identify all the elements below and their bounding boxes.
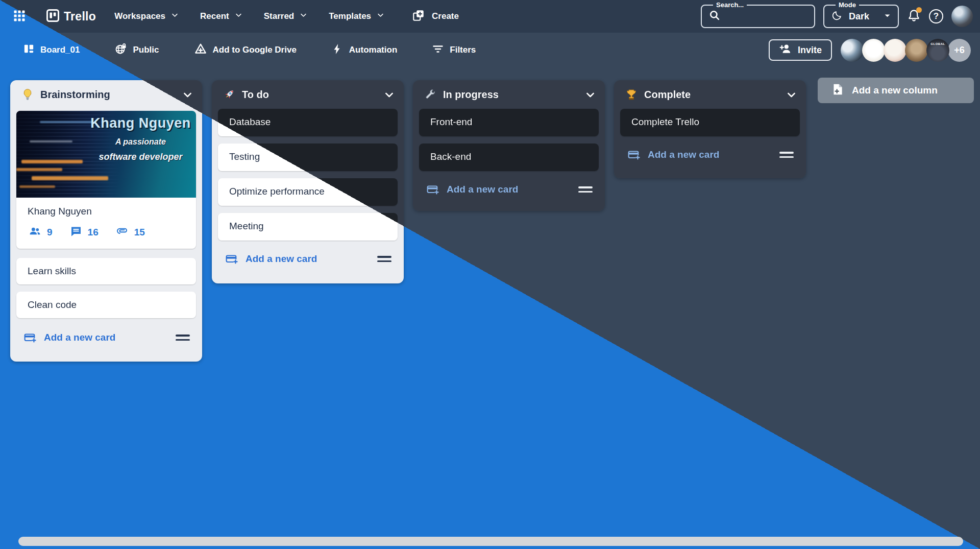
rocket-icon bbox=[223, 88, 235, 101]
chevron-down-icon[interactable] bbox=[383, 88, 396, 101]
chevron-down-icon bbox=[300, 11, 307, 21]
add-card-icon[interactable] bbox=[22, 331, 37, 344]
card-title: Testing bbox=[229, 151, 260, 162]
board-card[interactable]: Complete Trello bbox=[620, 109, 800, 136]
nav-menu-recent[interactable]: Recent bbox=[197, 11, 246, 22]
member-avatar[interactable] bbox=[862, 39, 885, 62]
trello-logo-label: Trello bbox=[64, 10, 96, 23]
chevron-down-icon bbox=[235, 11, 242, 21]
attachments-count: 15 bbox=[134, 227, 145, 238]
search-icon bbox=[708, 9, 721, 24]
add-column-label: Add a new column bbox=[852, 85, 938, 96]
board-name-button[interactable]: Board_01 bbox=[20, 42, 83, 58]
visibility-label: Public bbox=[133, 45, 159, 55]
member-avatar[interactable] bbox=[905, 39, 928, 62]
create-button[interactable]: Create bbox=[409, 8, 462, 25]
people-icon bbox=[29, 225, 41, 240]
drag-handle-icon[interactable] bbox=[377, 256, 391, 262]
google-drive-plus-icon bbox=[194, 42, 207, 58]
card-title: Clean code bbox=[28, 299, 77, 310]
chevron-down-icon[interactable] bbox=[785, 88, 798, 101]
horizontal-scrollbar-thumb[interactable] bbox=[18, 537, 963, 546]
column-footer: Add a new card bbox=[224, 248, 397, 270]
search-input[interactable] bbox=[725, 11, 807, 22]
banner-title: Khang Nguyen bbox=[90, 115, 191, 131]
chevron-down-icon[interactable] bbox=[181, 88, 194, 101]
top-navbar: Trello Workspaces Recent Starred Templat… bbox=[0, 0, 980, 33]
member-avatar[interactable]: GLOBAL bbox=[926, 39, 949, 62]
add-card-button[interactable]: Add a new card bbox=[44, 332, 115, 343]
card-title: Back-end bbox=[430, 151, 471, 162]
attachments-stat: 15 bbox=[116, 225, 145, 240]
mode-selector-label: Mode bbox=[836, 1, 859, 10]
attachment-icon bbox=[116, 225, 129, 240]
board-icon bbox=[23, 43, 35, 57]
banner-subtitle: software developer bbox=[90, 152, 191, 162]
add-column-button[interactable]: Add a new column bbox=[818, 78, 974, 103]
nav-menu-workspaces[interactable]: Workspaces bbox=[111, 11, 182, 22]
board-card[interactable]: Database bbox=[218, 109, 398, 136]
invite-button[interactable]: Invite bbox=[769, 39, 832, 61]
column-header: Brainstorming bbox=[10, 80, 202, 109]
chevron-down-icon bbox=[377, 11, 384, 21]
board-card[interactable]: Clean code bbox=[16, 292, 196, 318]
column-footer: Add a new card bbox=[425, 178, 598, 201]
note-add-icon bbox=[831, 83, 844, 99]
visibility-button[interactable]: Public bbox=[111, 42, 162, 58]
board-card[interactable]: Back-end bbox=[419, 144, 599, 171]
card-cover-image: Khang Nguyen A passionate software devel… bbox=[16, 111, 196, 198]
trello-logo[interactable]: Trello bbox=[46, 9, 96, 25]
nav-menu-templates[interactable]: Templates bbox=[326, 11, 387, 22]
card-title: Optimize performance bbox=[229, 186, 325, 197]
add-card-icon[interactable] bbox=[224, 253, 239, 266]
add-card-button[interactable]: Add a new card bbox=[246, 253, 317, 265]
featured-card[interactable]: Khang Nguyen A passionate software devel… bbox=[16, 111, 196, 249]
lightning-bolt-icon bbox=[331, 43, 344, 58]
user-avatar-button[interactable] bbox=[951, 6, 973, 27]
column-in-progress: In progress Front-end Back-end Add a new… bbox=[413, 80, 605, 211]
help-button[interactable]: ? bbox=[929, 9, 943, 23]
board-card[interactable]: Learn skills bbox=[16, 258, 196, 284]
column-todo: To do Database Testing Optimize performa… bbox=[212, 80, 404, 283]
add-card-button[interactable]: Add a new card bbox=[447, 184, 518, 195]
chevron-down-icon[interactable] bbox=[584, 88, 597, 101]
column-brainstorming: Brainstorming Khang Nguyen A passionate … bbox=[10, 80, 202, 362]
nav-menu-starred[interactable]: Starred bbox=[261, 11, 311, 22]
search-box[interactable]: Search... bbox=[701, 5, 815, 28]
mode-selector[interactable]: Mode Dark bbox=[823, 5, 899, 28]
comments-count: 16 bbox=[88, 227, 99, 238]
nav-menu-label: Workspaces bbox=[114, 11, 165, 21]
board-card[interactable]: Front-end bbox=[419, 109, 599, 136]
board-card[interactable]: Optimize performance bbox=[218, 178, 398, 206]
add-card-icon[interactable] bbox=[425, 183, 440, 196]
board-card[interactable]: Testing bbox=[218, 144, 398, 171]
board-toolbar: Board_01 Public Add to Goog bbox=[0, 33, 980, 67]
drag-handle-icon[interactable] bbox=[578, 186, 593, 193]
add-card-button[interactable]: Add a new card bbox=[648, 149, 719, 160]
globe-lock-icon bbox=[114, 42, 127, 58]
notifications-button[interactable] bbox=[907, 9, 921, 24]
drag-handle-icon[interactable] bbox=[176, 335, 190, 341]
add-to-google-drive-button[interactable]: Add to Google Drive bbox=[191, 42, 300, 59]
comments-stat: 16 bbox=[70, 225, 99, 240]
board-card[interactable]: Meeting bbox=[218, 213, 398, 241]
column-header: To do bbox=[212, 80, 404, 109]
wrench-icon bbox=[424, 88, 436, 101]
member-avatar[interactable] bbox=[841, 39, 864, 62]
card-title: Database bbox=[229, 116, 271, 127]
trophy-icon bbox=[625, 88, 638, 101]
card-title: Learn skills bbox=[28, 266, 76, 276]
automation-button[interactable]: Automation bbox=[328, 42, 400, 58]
chevron-down-icon bbox=[171, 11, 179, 21]
member-avatar[interactable] bbox=[884, 39, 906, 62]
more-members-button[interactable]: +6 bbox=[948, 39, 971, 62]
navbar-left-group: Trello Workspaces Recent Starred Templat… bbox=[7, 8, 462, 25]
create-board-icon bbox=[412, 9, 425, 25]
apps-grid-button[interactable] bbox=[12, 9, 27, 25]
automation-label: Automation bbox=[349, 45, 397, 55]
banner-subtitle: A passionate bbox=[90, 137, 191, 147]
filters-button[interactable]: Filters bbox=[429, 42, 479, 58]
add-card-icon[interactable] bbox=[626, 149, 641, 161]
drag-handle-icon[interactable] bbox=[779, 152, 794, 158]
column-header: In progress bbox=[413, 80, 605, 109]
